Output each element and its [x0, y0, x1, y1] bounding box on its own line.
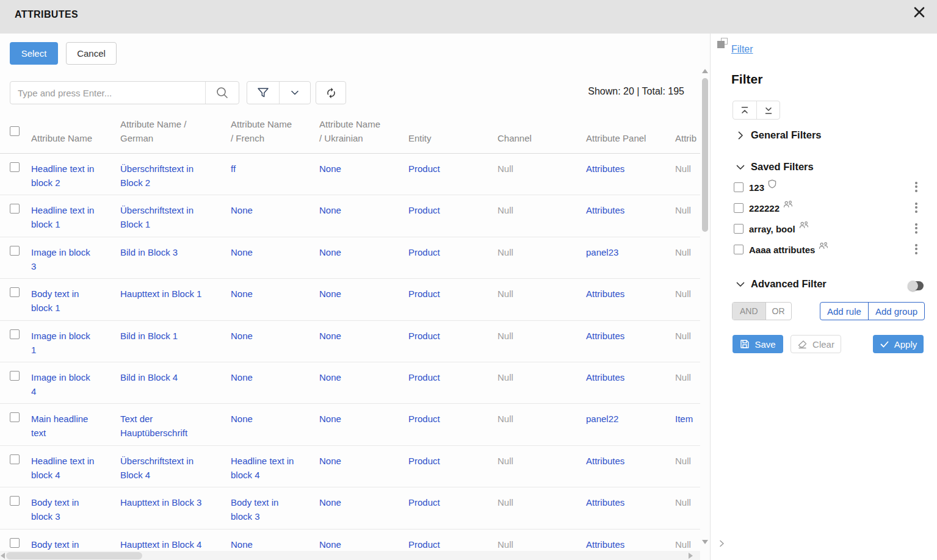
column-header[interactable]: Channel: [497, 131, 586, 153]
kebab-menu-icon[interactable]: [915, 203, 917, 213]
cell-french[interactable]: None: [231, 195, 319, 217]
cell-german[interactable]: Haupttext in Block 1: [120, 279, 231, 301]
cell-name[interactable]: Image in block 1: [31, 321, 120, 357]
column-header[interactable]: Attribute Name / Ukrainian: [319, 117, 408, 153]
general-filters-section[interactable]: General Filters: [736, 129, 822, 141]
cell-entity[interactable]: Product: [408, 487, 497, 509]
cell-panel[interactable]: Attributes: [586, 487, 675, 509]
cell-french[interactable]: ff: [231, 154, 319, 176]
saved-filter-label[interactable]: 123: [749, 182, 764, 193]
cell-panel[interactable]: Attributes: [586, 529, 675, 551]
apply-button[interactable]: Apply: [873, 335, 924, 353]
add-group-button[interactable]: Add group: [868, 303, 924, 320]
column-header[interactable]: Attribute Name: [31, 131, 120, 153]
row-checkbox[interactable]: [10, 454, 20, 464]
cell-name[interactable]: Headline text in block 4: [31, 446, 120, 482]
cell-name[interactable]: Body text in block 3: [31, 487, 120, 523]
refresh-button[interactable]: [316, 81, 346, 104]
kebab-menu-icon[interactable]: [915, 182, 917, 192]
cell-entity[interactable]: Product: [408, 321, 497, 343]
select-all-checkbox[interactable]: [10, 126, 20, 136]
expand-all-button[interactable]: [756, 101, 780, 119]
add-rule-button[interactable]: Add rule: [820, 303, 868, 320]
column-header[interactable]: Attribute Name / German: [120, 117, 231, 153]
saved-filter-label[interactable]: Aaaa attributes: [749, 245, 815, 255]
advanced-filter-toggle[interactable]: [908, 281, 924, 290]
cell-ukrainian[interactable]: None: [319, 154, 408, 176]
row-checkbox[interactable]: [10, 412, 20, 422]
saved-filter-checkbox[interactable]: [734, 224, 743, 234]
cell-panel[interactable]: Attributes: [586, 279, 675, 301]
cell-german[interactable]: Text der Hauptüberschrift: [120, 404, 231, 440]
row-checkbox[interactable]: [10, 204, 20, 214]
clear-button[interactable]: Clear: [790, 335, 841, 353]
cell-ukrainian[interactable]: None: [319, 321, 408, 343]
column-header[interactable]: Attribute Panel: [586, 131, 675, 153]
cell-german[interactable]: Überschriftstext in Block 1: [120, 195, 231, 231]
close-icon[interactable]: [913, 5, 926, 19]
cell-panel[interactable]: Attributes: [586, 321, 675, 343]
cell-french[interactable]: None: [231, 321, 319, 343]
cell-entity[interactable]: Product: [408, 446, 497, 468]
saved-filter-label[interactable]: 222222: [749, 203, 780, 214]
cell-entity[interactable]: Product: [408, 279, 497, 301]
cell-french[interactable]: None: [231, 404, 319, 426]
cell-ukrainian[interactable]: None: [319, 446, 408, 468]
cell-german[interactable]: Bild in Block 4: [120, 362, 231, 384]
cell-ukrainian[interactable]: None: [319, 279, 408, 301]
cell-name[interactable]: Main headline text: [31, 404, 120, 440]
cell-entity[interactable]: Product: [408, 195, 497, 217]
cell-ukrainian[interactable]: None: [319, 529, 408, 551]
vertical-scrollbar[interactable]: [700, 34, 710, 560]
cell-panel[interactable]: Attributes: [586, 195, 675, 217]
horizontal-scrollbar[interactable]: [0, 551, 700, 560]
saved-filter-checkbox[interactable]: [734, 245, 743, 254]
cell-name[interactable]: Headline text in block 1: [31, 195, 120, 231]
row-checkbox[interactable]: [10, 371, 20, 381]
search-input[interactable]: [10, 82, 205, 104]
filter-button[interactable]: [247, 82, 279, 104]
or-button[interactable]: OR: [765, 303, 791, 320]
cell-german[interactable]: Haupttext in Block 4: [120, 529, 231, 551]
cell-ukrainian[interactable]: None: [319, 404, 408, 426]
cell-panel[interactable]: panel23: [586, 237, 675, 259]
cell-name[interactable]: Body text in block 1: [31, 279, 120, 315]
filter-dropdown-button[interactable]: [279, 82, 311, 104]
cell-german[interactable]: Bild in Block 1: [120, 321, 231, 343]
collapse-all-button[interactable]: [733, 101, 756, 119]
cell-panel[interactable]: panel22: [586, 404, 675, 426]
cell-entity[interactable]: Product: [408, 362, 497, 384]
kebab-menu-icon[interactable]: [915, 223, 917, 234]
cancel-button[interactable]: Cancel: [66, 42, 117, 65]
cell-entity[interactable]: Product: [408, 404, 497, 426]
search-button[interactable]: [205, 82, 239, 104]
cell-french[interactable]: Headline text in block 4: [231, 446, 319, 482]
cell-german[interactable]: Haupttext in Block 3: [120, 487, 231, 509]
row-checkbox[interactable]: [10, 538, 20, 548]
select-button[interactable]: Select: [10, 42, 58, 65]
saved-filter-checkbox[interactable]: [734, 182, 743, 192]
cell-french[interactable]: None: [231, 362, 319, 384]
row-checkbox[interactable]: [10, 246, 20, 256]
row-checkbox[interactable]: [10, 329, 20, 339]
cell-name[interactable]: Image in block 3: [31, 237, 120, 273]
column-header[interactable]: Attribute Name / French: [231, 117, 319, 153]
cell-french[interactable]: None: [231, 279, 319, 301]
cell-ukrainian[interactable]: None: [319, 237, 408, 259]
saved-filter-checkbox[interactable]: [734, 203, 743, 213]
cell-german[interactable]: Bild in Block 3: [120, 237, 231, 259]
sidebar-collapse-chevron[interactable]: [717, 539, 726, 550]
cell-french[interactable]: None: [231, 529, 319, 551]
column-header[interactable]: Attrib: [675, 131, 700, 153]
column-header[interactable]: Entity: [408, 131, 497, 153]
cell-french[interactable]: Body text in block 3: [231, 487, 319, 523]
kebab-menu-icon[interactable]: [915, 244, 917, 254]
cell-panel[interactable]: Attributes: [586, 446, 675, 468]
saved-filter-label[interactable]: array, bool: [749, 224, 795, 234]
and-button[interactable]: AND: [733, 303, 765, 320]
row-checkbox[interactable]: [10, 496, 20, 506]
cell-panel[interactable]: Attributes: [586, 154, 675, 176]
cell-ukrainian[interactable]: None: [319, 487, 408, 509]
cell-french[interactable]: None: [231, 237, 319, 259]
cell-ukrainian[interactable]: None: [319, 195, 408, 217]
